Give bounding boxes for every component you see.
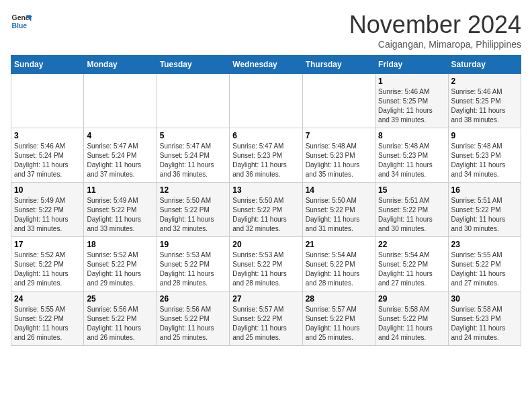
day-info: Sunrise: 5:54 AM Sunset: 5:22 PM Dayligh… <box>378 250 445 288</box>
day-info: Sunrise: 5:52 AM Sunset: 5:22 PM Dayligh… <box>14 250 81 288</box>
day-info: Sunrise: 5:49 AM Sunset: 5:22 PM Dayligh… <box>14 196 81 234</box>
calendar-header-row: SundayMondayTuesdayWednesdayThursdayFrid… <box>11 56 521 74</box>
day-info: Sunrise: 5:53 AM Sunset: 5:22 PM Dayligh… <box>232 250 299 288</box>
day-info: Sunrise: 5:48 AM Sunset: 5:23 PM Dayligh… <box>451 142 518 179</box>
day-info: Sunrise: 5:48 AM Sunset: 5:23 PM Dayligh… <box>378 142 445 179</box>
calendar-day-cell: 1Sunrise: 5:46 AM Sunset: 5:25 PM Daylig… <box>375 74 448 128</box>
day-number: 16 <box>451 185 518 195</box>
day-number: 30 <box>451 294 518 304</box>
calendar-table: SundayMondayTuesdayWednesdayThursdayFrid… <box>11 55 521 346</box>
day-number: 5 <box>160 131 226 140</box>
day-info: Sunrise: 5:58 AM Sunset: 5:23 PM Dayligh… <box>451 305 518 342</box>
calendar-day-cell: 2Sunrise: 5:46 AM Sunset: 5:25 PM Daylig… <box>448 74 521 128</box>
calendar-day-cell: 16Sunrise: 5:51 AM Sunset: 5:22 PM Dayli… <box>448 183 521 237</box>
calendar-day-cell: 29Sunrise: 5:58 AM Sunset: 5:22 PM Dayli… <box>375 291 448 346</box>
day-number: 9 <box>451 131 518 140</box>
day-info: Sunrise: 5:58 AM Sunset: 5:22 PM Dayligh… <box>378 305 445 342</box>
day-info: Sunrise: 5:56 AM Sunset: 5:22 PM Dayligh… <box>87 305 153 342</box>
title-area: November 2024 Caigangan, Mimaropa, Phili… <box>349 11 521 50</box>
day-number: 8 <box>378 131 445 140</box>
calendar-day-cell: 3Sunrise: 5:46 AM Sunset: 5:24 PM Daylig… <box>11 128 84 183</box>
day-info: Sunrise: 5:56 AM Sunset: 5:22 PM Dayligh… <box>160 305 226 342</box>
day-number: 12 <box>160 185 226 195</box>
calendar-day-cell: 12Sunrise: 5:50 AM Sunset: 5:22 PM Dayli… <box>157 183 229 237</box>
day-number: 15 <box>378 185 445 195</box>
calendar-week-row: 10Sunrise: 5:49 AM Sunset: 5:22 PM Dayli… <box>11 183 521 237</box>
day-info: Sunrise: 5:47 AM Sunset: 5:23 PM Dayligh… <box>232 142 299 179</box>
day-info: Sunrise: 5:48 AM Sunset: 5:23 PM Dayligh… <box>306 142 372 179</box>
day-number: 26 <box>160 294 226 304</box>
day-number: 14 <box>306 185 372 195</box>
day-info: Sunrise: 5:47 AM Sunset: 5:24 PM Dayligh… <box>87 142 153 179</box>
day-info: Sunrise: 5:50 AM Sunset: 5:22 PM Dayligh… <box>306 196 372 234</box>
logo-icon: General Blue <box>11 11 32 32</box>
day-number: 23 <box>451 240 518 249</box>
calendar-day-cell: 23Sunrise: 5:55 AM Sunset: 5:22 PM Dayli… <box>448 237 521 291</box>
day-info: Sunrise: 5:51 AM Sunset: 5:22 PM Dayligh… <box>451 196 518 234</box>
calendar-day-cell: 20Sunrise: 5:53 AM Sunset: 5:22 PM Dayli… <box>230 237 302 291</box>
calendar-day-cell: 30Sunrise: 5:58 AM Sunset: 5:23 PM Dayli… <box>448 291 521 346</box>
day-info: Sunrise: 5:57 AM Sunset: 5:22 PM Dayligh… <box>306 305 372 342</box>
calendar-day-cell <box>157 74 229 128</box>
day-number: 13 <box>232 185 299 195</box>
day-info: Sunrise: 5:54 AM Sunset: 5:22 PM Dayligh… <box>306 250 372 288</box>
location: Caigangan, Mimaropa, Philippines <box>349 39 521 50</box>
calendar-day-cell: 10Sunrise: 5:49 AM Sunset: 5:22 PM Dayli… <box>11 183 84 237</box>
day-number: 20 <box>232 240 299 249</box>
calendar-day-cell <box>84 74 157 128</box>
page-header: General Blue November 2024 Caigangan, Mi… <box>11 11 521 50</box>
calendar-day-cell <box>230 74 302 128</box>
day-info: Sunrise: 5:57 AM Sunset: 5:22 PM Dayligh… <box>232 305 299 342</box>
day-number: 22 <box>378 240 445 249</box>
calendar-day-cell <box>11 74 84 128</box>
day-info: Sunrise: 5:47 AM Sunset: 5:24 PM Dayligh… <box>160 142 226 179</box>
day-number: 27 <box>232 294 299 304</box>
calendar-day-cell: 24Sunrise: 5:55 AM Sunset: 5:22 PM Dayli… <box>11 291 84 346</box>
calendar-day-cell <box>302 74 375 128</box>
calendar-day-cell: 8Sunrise: 5:48 AM Sunset: 5:23 PM Daylig… <box>375 128 448 183</box>
day-info: Sunrise: 5:49 AM Sunset: 5:22 PM Dayligh… <box>87 196 153 234</box>
calendar-day-cell: 13Sunrise: 5:50 AM Sunset: 5:22 PM Dayli… <box>230 183 302 237</box>
day-of-week-header: Saturday <box>448 56 521 74</box>
calendar-day-cell: 15Sunrise: 5:51 AM Sunset: 5:22 PM Dayli… <box>375 183 448 237</box>
day-info: Sunrise: 5:55 AM Sunset: 5:22 PM Dayligh… <box>451 250 518 288</box>
calendar-week-row: 1Sunrise: 5:46 AM Sunset: 5:25 PM Daylig… <box>11 74 521 128</box>
calendar-week-row: 3Sunrise: 5:46 AM Sunset: 5:24 PM Daylig… <box>11 128 521 183</box>
calendar-day-cell: 21Sunrise: 5:54 AM Sunset: 5:22 PM Dayli… <box>302 237 375 291</box>
calendar-day-cell: 5Sunrise: 5:47 AM Sunset: 5:24 PM Daylig… <box>157 128 229 183</box>
day-info: Sunrise: 5:55 AM Sunset: 5:22 PM Dayligh… <box>14 305 81 342</box>
calendar-day-cell: 28Sunrise: 5:57 AM Sunset: 5:22 PM Dayli… <box>302 291 375 346</box>
svg-text:Blue: Blue <box>12 22 28 30</box>
day-number: 29 <box>378 294 445 304</box>
day-number: 25 <box>87 294 153 304</box>
day-info: Sunrise: 5:52 AM Sunset: 5:22 PM Dayligh… <box>87 250 153 288</box>
day-number: 17 <box>14 240 81 249</box>
calendar-day-cell: 7Sunrise: 5:48 AM Sunset: 5:23 PM Daylig… <box>302 128 375 183</box>
day-number: 19 <box>160 240 226 249</box>
day-info: Sunrise: 5:50 AM Sunset: 5:22 PM Dayligh… <box>160 196 226 234</box>
calendar-day-cell: 26Sunrise: 5:56 AM Sunset: 5:22 PM Dayli… <box>157 291 229 346</box>
day-number: 11 <box>87 185 153 195</box>
day-of-week-header: Monday <box>84 56 157 74</box>
day-number: 18 <box>87 240 153 249</box>
day-number: 24 <box>14 294 81 304</box>
calendar-day-cell: 22Sunrise: 5:54 AM Sunset: 5:22 PM Dayli… <box>375 237 448 291</box>
calendar-day-cell: 27Sunrise: 5:57 AM Sunset: 5:22 PM Dayli… <box>230 291 302 346</box>
day-of-week-header: Tuesday <box>157 56 229 74</box>
calendar-day-cell: 4Sunrise: 5:47 AM Sunset: 5:24 PM Daylig… <box>84 128 157 183</box>
calendar-day-cell: 17Sunrise: 5:52 AM Sunset: 5:22 PM Dayli… <box>11 237 84 291</box>
calendar-week-row: 17Sunrise: 5:52 AM Sunset: 5:22 PM Dayli… <box>11 237 521 291</box>
calendar-day-cell: 19Sunrise: 5:53 AM Sunset: 5:22 PM Dayli… <box>157 237 229 291</box>
day-of-week-header: Sunday <box>11 56 84 74</box>
calendar-day-cell: 9Sunrise: 5:48 AM Sunset: 5:23 PM Daylig… <box>448 128 521 183</box>
calendar-day-cell: 14Sunrise: 5:50 AM Sunset: 5:22 PM Dayli… <box>302 183 375 237</box>
day-number: 10 <box>14 185 81 195</box>
calendar-day-cell: 11Sunrise: 5:49 AM Sunset: 5:22 PM Dayli… <box>84 183 157 237</box>
day-info: Sunrise: 5:51 AM Sunset: 5:22 PM Dayligh… <box>378 196 445 234</box>
day-of-week-header: Thursday <box>302 56 375 74</box>
day-number: 3 <box>14 131 81 140</box>
calendar-day-cell: 6Sunrise: 5:47 AM Sunset: 5:23 PM Daylig… <box>230 128 302 183</box>
day-info: Sunrise: 5:46 AM Sunset: 5:25 PM Dayligh… <box>451 87 518 125</box>
day-number: 6 <box>232 131 299 140</box>
day-number: 4 <box>87 131 153 140</box>
